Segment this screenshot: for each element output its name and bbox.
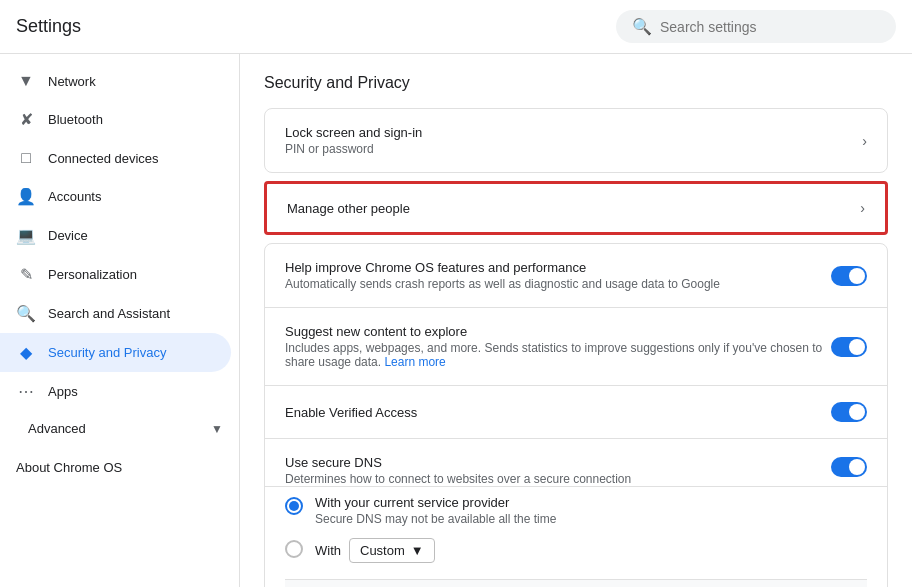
sidebar-item-label: Network xyxy=(48,74,96,89)
secure-dns-title: Use secure DNS xyxy=(285,455,831,470)
search-input[interactable] xyxy=(660,19,860,35)
sidebar-item-search-assistant[interactable]: 🔍 Search and Assistant xyxy=(0,294,231,333)
sidebar-item-label: Security and Privacy xyxy=(48,345,167,360)
help-improve-content: Help improve Chrome OS features and perf… xyxy=(285,260,831,291)
sidebar-item-label: Connected devices xyxy=(48,151,159,166)
section-title: Security and Privacy xyxy=(264,74,888,92)
sidebar-item-label: Accounts xyxy=(48,189,101,204)
toggle-slider xyxy=(831,402,867,422)
suggest-content-content: Suggest new content to explore Includes … xyxy=(285,324,831,369)
search2-icon: 🔍 xyxy=(16,304,36,323)
sidebar-item-label: Device xyxy=(48,228,88,243)
suggest-content-row: Suggest new content to explore Includes … xyxy=(265,308,887,386)
laptop-icon: 💻 xyxy=(16,226,36,245)
app-title: Settings xyxy=(16,16,81,37)
help-improve-title: Help improve Chrome OS features and perf… xyxy=(285,260,831,275)
shield-icon: ◆ xyxy=(16,343,36,362)
main-content: Security and Privacy Lock screen and sig… xyxy=(240,54,912,587)
lock-screen-row[interactable]: Lock screen and sign-in PIN or password … xyxy=(265,109,887,172)
tablet-icon: □ xyxy=(16,149,36,167)
body: ▼ Network ✘ Bluetooth □ Connected device… xyxy=(0,54,912,587)
sidebar-item-advanced[interactable]: Advanced ▼ xyxy=(0,411,239,446)
custom-dropdown[interactable]: Custom ▼ xyxy=(349,538,435,563)
brush-icon: ✎ xyxy=(16,265,36,284)
radio-current-provider[interactable]: With your current service provider Secur… xyxy=(285,495,867,526)
dropdown-chevron-icon: ▼ xyxy=(411,543,424,558)
secure-dns-subtitle: Determines how to connect to websites ov… xyxy=(285,472,831,486)
toggle-slider xyxy=(831,457,867,477)
suggest-content-title: Suggest new content to explore xyxy=(285,324,831,339)
manage-people-title: Manage other people xyxy=(287,201,852,216)
sidebar-item-security-privacy[interactable]: ◆ Security and Privacy xyxy=(0,333,231,372)
toggle-slider xyxy=(831,337,867,357)
sidebar-item-label: Personalization xyxy=(48,267,137,282)
suggest-content-subtitle: Includes apps, webpages, and more. Sends… xyxy=(285,341,831,369)
suggest-content-toggle[interactable] xyxy=(831,337,867,357)
radio-current-label: With your current service provider Secur… xyxy=(315,495,556,526)
sidebar-advanced-label: Advanced xyxy=(28,421,86,436)
arrow-icon: › xyxy=(860,200,865,216)
wifi-icon: ▼ xyxy=(16,72,36,90)
sidebar-item-label: Search and Assistant xyxy=(48,306,170,321)
lock-screen-title: Lock screen and sign-in xyxy=(285,125,854,140)
toggle-slider xyxy=(831,266,867,286)
help-improve-subtitle: Automatically sends crash reports as wel… xyxy=(285,277,831,291)
secure-dns-content: Use secure DNS Determines how to connect… xyxy=(285,455,831,486)
arrow-icon: › xyxy=(862,133,867,149)
search-icon: 🔍 xyxy=(632,17,652,36)
manage-people-row[interactable]: Manage other people › xyxy=(267,184,885,232)
bluetooth-icon: ✘ xyxy=(16,110,36,129)
chevron-down-icon: ▼ xyxy=(211,422,223,436)
sidebar-item-apps[interactable]: ⋯ Apps xyxy=(0,372,231,411)
sidebar-item-network[interactable]: ▼ Network xyxy=(0,62,231,100)
manage-people-content: Manage other people xyxy=(287,201,852,216)
secure-dns-toggle[interactable] xyxy=(831,457,867,477)
radio-custom-provider[interactable]: With Custom ▼ xyxy=(285,538,867,563)
verified-access-content: Enable Verified Access xyxy=(285,405,831,420)
radio-custom-content: With Custom ▼ xyxy=(315,538,435,563)
about-label: About Chrome OS xyxy=(16,460,122,475)
radio-selected-icon xyxy=(285,497,303,515)
lock-screen-content: Lock screen and sign-in PIN or password xyxy=(285,125,854,156)
sidebar: ▼ Network ✘ Bluetooth □ Connected device… xyxy=(0,54,240,587)
verified-access-title: Enable Verified Access xyxy=(285,405,831,420)
header: Settings 🔍 xyxy=(0,0,912,54)
sidebar-item-about[interactable]: About Chrome OS xyxy=(0,446,239,489)
lock-screen-card: Lock screen and sign-in PIN or password … xyxy=(264,108,888,173)
app-container: Settings 🔍 ▼ Network ✘ Bluetooth □ Conne… xyxy=(0,0,912,587)
sidebar-item-bluetooth[interactable]: ✘ Bluetooth xyxy=(0,100,231,139)
verified-access-toggle[interactable] xyxy=(831,402,867,422)
sidebar-item-device[interactable]: 💻 Device xyxy=(0,216,231,255)
person-icon: 👤 xyxy=(16,187,36,206)
sidebar-item-connected-devices[interactable]: □ Connected devices xyxy=(0,139,231,177)
radio-empty-icon xyxy=(285,540,303,558)
secure-dns-row: Use secure DNS Determines how to connect… xyxy=(265,439,887,487)
learn-more-link[interactable]: Learn more xyxy=(384,355,445,369)
sidebar-item-label: Apps xyxy=(48,384,78,399)
lock-screen-subtitle: PIN or password xyxy=(285,142,854,156)
search-bar[interactable]: 🔍 xyxy=(616,10,896,43)
manage-people-card: Manage other people › xyxy=(264,181,888,235)
custom-provider-input[interactable] xyxy=(285,579,867,587)
help-improve-toggle[interactable] xyxy=(831,266,867,286)
apps-icon: ⋯ xyxy=(16,382,36,401)
sidebar-item-personalization[interactable]: ✎ Personalization xyxy=(0,255,231,294)
verified-access-row: Enable Verified Access xyxy=(265,386,887,439)
toggles-card: Help improve Chrome OS features and perf… xyxy=(264,243,888,587)
help-improve-row: Help improve Chrome OS features and perf… xyxy=(265,244,887,308)
dns-radio-group: With your current service provider Secur… xyxy=(265,487,887,587)
sidebar-item-accounts[interactable]: 👤 Accounts xyxy=(0,177,231,216)
sidebar-item-label: Bluetooth xyxy=(48,112,103,127)
